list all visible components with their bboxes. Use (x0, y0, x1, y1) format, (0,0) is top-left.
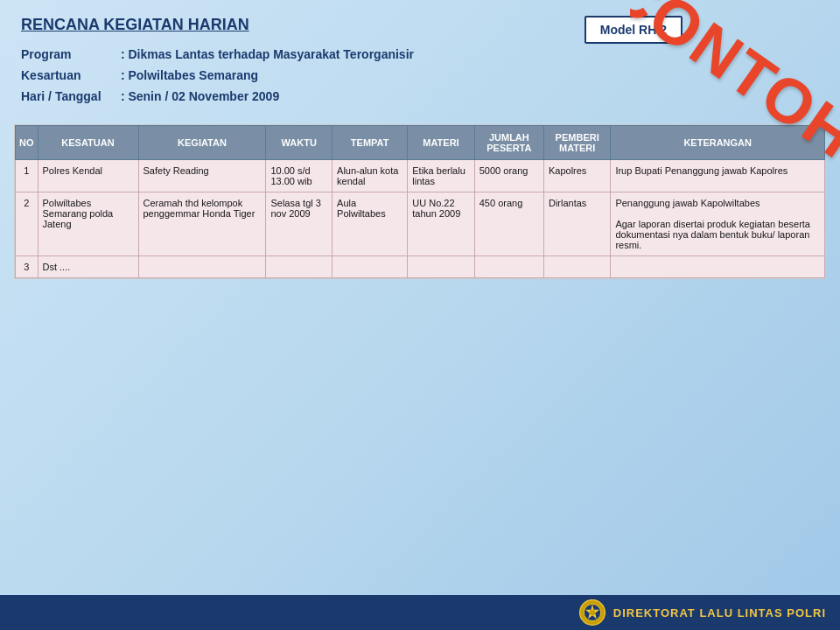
hari-value: : Senin / 02 November 2009 (121, 89, 279, 103)
footer-label: DIREKTORAT LALU LINTAS POLRI (613, 606, 826, 620)
cell-kesatuan-2: Polwiltabes Semarang polda Jateng (38, 192, 138, 256)
hari-row: Hari / Tanggal : Senin / 02 November 200… (21, 87, 819, 108)
col-kesatuan: KESATUAN (38, 126, 138, 160)
kesartuan-label: Kesartuan (21, 66, 117, 87)
cell-jumlah-3 (474, 256, 543, 278)
program-value: : Dikmas Lantas terhadap Masyarakat Tero… (121, 47, 414, 61)
program-info: Program : Dikmas Lantas terhadap Masyara… (21, 45, 819, 107)
col-pemberi: PEMBERI MATERI (543, 126, 610, 160)
svg-point-3 (590, 610, 595, 615)
main-table-container: NO KESATUAN KEGIATAN WAKTU TEMPAT MATERI… (14, 124, 826, 279)
cell-materi-1: Etika berlalu lintas (408, 160, 475, 192)
page-wrapper: RENCANA KEGIATAN HARIAN Program : Dikmas… (0, 0, 840, 630)
cell-pemberi-1: Kapolres (543, 160, 610, 192)
cell-waktu-2: Selasa tgl 3 nov 2009 (266, 192, 332, 256)
cell-kegiatan-3 (138, 256, 266, 278)
table-row: 2 Polwiltabes Semarang polda Jateng Cera… (16, 192, 825, 256)
program-label: Program (21, 45, 117, 66)
cell-keterangan-3 (611, 256, 825, 278)
cell-kesatuan-1: Polres Kendal (38, 160, 138, 192)
cell-jumlah-1: 5000 orang (474, 160, 543, 192)
cell-no-2: 2 (16, 192, 38, 256)
footer-bar: DIREKTORAT LALU LINTAS POLRI (0, 595, 840, 630)
kesartuan-value: : Polwiltabes Semarang (121, 68, 258, 82)
table-row: 3 Dst .... (16, 256, 825, 278)
table-header-row: NO KESATUAN KEGIATAN WAKTU TEMPAT MATERI… (16, 126, 825, 160)
cell-kegiatan-1: Safety Reading (138, 160, 266, 192)
cell-tempat-3 (332, 256, 408, 278)
footer-logo-area: DIREKTORAT LALU LINTAS POLRI (578, 598, 826, 626)
kesartuan-row: Kesartuan : Polwiltabes Semarang (21, 66, 819, 87)
cell-no-3: 3 (16, 256, 38, 278)
col-jumlah: JUMLAH PESERTA (474, 126, 543, 160)
page-title: RENCANA KEGIATAN HARIAN (21, 16, 819, 34)
main-table: NO KESATUAN KEGIATAN WAKTU TEMPAT MATERI… (15, 125, 825, 278)
polri-emblem-icon (578, 598, 606, 626)
cell-keterangan-1: Irup Bupati Penanggung jawab Kapolres (611, 160, 825, 192)
cell-jumlah-2: 450 orang (474, 192, 543, 256)
hari-label: Hari / Tanggal (21, 87, 117, 108)
cell-kesatuan-3: Dst .... (38, 256, 138, 278)
cell-pemberi-2: Dirlantas (543, 192, 610, 256)
cell-waktu-3 (266, 256, 332, 278)
cell-tempat-2: Aula Polwiltabes (332, 192, 408, 256)
cell-tempat-1: Alun-alun kota kendal (332, 160, 408, 192)
model-box: Model RH 2 (584, 16, 682, 44)
col-materi: MATERI (408, 126, 475, 160)
cell-kegiatan-2: Ceramah thd kelompok penggemmar Honda Ti… (138, 192, 266, 256)
col-tempat: TEMPAT (332, 126, 408, 160)
cell-waktu-1: 10.00 s/d 13.00 wib (266, 160, 332, 192)
col-no: NO (16, 126, 38, 160)
cell-materi-2: UU No.22 tahun 2009 (408, 192, 475, 256)
col-keterangan: KETERANGAN (611, 126, 825, 160)
header-area: RENCANA KEGIATAN HARIAN Program : Dikmas… (0, 0, 840, 117)
cell-materi-3 (408, 256, 475, 278)
cell-pemberi-3 (543, 256, 610, 278)
cell-keterangan-2: Penanggung jawab KapolwiltabesAgar lapor… (611, 192, 825, 256)
program-row: Program : Dikmas Lantas terhadap Masyara… (21, 45, 819, 66)
table-row: 1 Polres Kendal Safety Reading 10.00 s/d… (16, 160, 825, 192)
col-kegiatan: KEGIATAN (138, 126, 266, 160)
cell-no-1: 1 (16, 160, 38, 192)
col-waktu: WAKTU (266, 126, 332, 160)
